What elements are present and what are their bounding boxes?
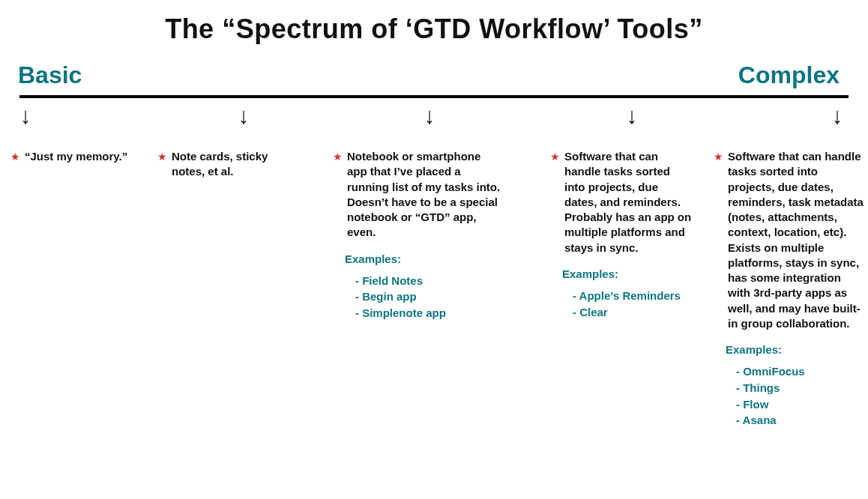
example-item: Clear (573, 304, 693, 321)
column-desc: Note cards, sticky notes, et al. (172, 149, 300, 180)
example-item: Simplenote app (355, 305, 501, 321)
star-icon: ★ (10, 150, 20, 163)
star-icon: ★ (333, 150, 343, 163)
examples-label: Examples: (562, 267, 693, 280)
example-item: Asana (736, 412, 864, 429)
axis-labels: Basic Complex (0, 45, 868, 89)
star-icon: ★ (714, 150, 723, 163)
examples-label: Examples: (345, 252, 501, 265)
examples-list: Apple’s Reminders Clear (573, 288, 693, 321)
arrow-down-icon: ↓ (832, 103, 843, 129)
examples-list: Field Notes Begin app Simplenote app (355, 273, 501, 321)
spectrum-axis (19, 95, 849, 100)
example-item: OmniFocus (736, 363, 864, 380)
example-item: Begin app (355, 288, 501, 305)
arrow-row: ↓ ↓ ↓ ↓ ↓ (19, 104, 849, 134)
columns: ★ “Just my memory.” ★ Note cards, sticky… (10, 149, 858, 494)
column-2: ★ Note cards, sticky notes, et al. (157, 149, 300, 180)
column-desc: “Just my memory.” (25, 149, 127, 164)
column-desc: Software that can handle tasks sorted in… (728, 149, 864, 331)
example-item: Apple’s Reminders (573, 288, 693, 304)
star-icon: ★ (550, 150, 560, 163)
example-item: Things (736, 380, 864, 396)
example-item: Field Notes (355, 273, 501, 289)
page-title: The “Spectrum of ‘GTD Workflow’ Tools” (0, 0, 868, 45)
column-4: ★ Software that can handle tasks sorted … (550, 149, 693, 320)
bullet: ★ Software that can handle tasks sorted … (714, 149, 864, 331)
bullet: ★ “Just my memory.” (10, 149, 145, 164)
arrow-down-icon: ↓ (627, 103, 637, 129)
examples-list: OmniFocus Things Flow Asana (736, 363, 864, 429)
bullet: ★ Note cards, sticky notes, et al. (157, 149, 300, 180)
column-1: ★ “Just my memory.” (10, 149, 145, 164)
example-item: Flow (736, 396, 864, 413)
axis-line (19, 95, 849, 98)
bullet: ★ Software that can handle tasks sorted … (550, 149, 693, 255)
bullet: ★ Notebook or smartphone app that I’ve p… (333, 149, 501, 241)
column-desc: Software that can handle tasks sorted in… (564, 149, 693, 255)
column-3: ★ Notebook or smartphone app that I’ve p… (333, 149, 501, 321)
column-desc: Notebook or smartphone app that I’ve pla… (347, 149, 501, 241)
arrow-down-icon: ↓ (424, 103, 435, 129)
examples-label: Examples: (726, 343, 864, 356)
arrow-down-icon: ↓ (238, 103, 249, 129)
axis-label-basic: Basic (18, 61, 82, 89)
column-5: ★ Software that can handle tasks sorted … (714, 149, 864, 429)
arrow-down-icon: ↓ (20, 103, 31, 129)
star-icon: ★ (157, 150, 167, 163)
axis-label-complex: Complex (738, 61, 840, 89)
